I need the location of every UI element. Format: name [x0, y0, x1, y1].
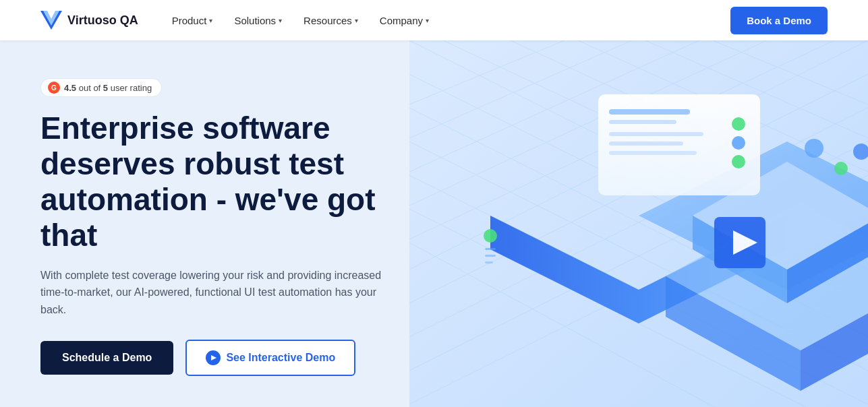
- rating-value: 4.5: [64, 83, 76, 93]
- isometric-scene-svg: [409, 40, 868, 407]
- svg-point-49: [805, 139, 823, 158]
- interactive-demo-button[interactable]: See Interactive Demo: [185, 340, 355, 376]
- logo[interactable]: Virtuoso QA: [40, 11, 138, 30]
- rating-badge: G 4.5 out of 5 user rating: [40, 78, 162, 97]
- cta-buttons: Schedule a Demo See Interactive Demo: [40, 340, 432, 376]
- nav-item-product[interactable]: Product ▾: [163, 9, 223, 32]
- hero-subtext: With complete test coverage lowering you…: [40, 267, 391, 319]
- logo-text: Virtuoso QA: [67, 13, 138, 28]
- rating-end: user rating: [111, 83, 152, 93]
- svg-rect-46: [485, 248, 496, 250]
- hero-headline: Enterprise software deserves robust test…: [40, 111, 432, 253]
- play-icon: [206, 350, 221, 365]
- svg-rect-38: [609, 120, 676, 124]
- rating-suffix: out of: [79, 83, 103, 93]
- svg-point-43: [732, 136, 745, 150]
- virtuoso-logo-icon: [40, 11, 62, 30]
- hero-left-content: G 4.5 out of 5 user rating Enterprise so…: [40, 78, 432, 407]
- product-chevron-icon: ▾: [209, 17, 212, 24]
- schedule-demo-button[interactable]: Schedule a Demo: [40, 341, 173, 375]
- svg-point-42: [732, 117, 745, 131]
- svg-rect-48: [485, 261, 493, 263]
- book-demo-button[interactable]: Book a Demo: [730, 7, 828, 34]
- interactive-demo-label: See Interactive Demo: [226, 352, 335, 364]
- play-triangle: [211, 355, 216, 361]
- solutions-chevron-icon: ▾: [279, 17, 282, 24]
- nav-item-company[interactable]: Company ▾: [370, 9, 438, 32]
- svg-rect-39: [609, 132, 703, 136]
- svg-rect-41: [609, 151, 697, 155]
- nav-cta-area: Book a Demo: [730, 7, 828, 34]
- nav-links: Product ▾ Solutions ▾ Resources ▾ Compan…: [163, 9, 730, 32]
- svg-rect-40: [609, 142, 683, 146]
- hero-illustration: [409, 40, 868, 407]
- g2-icon: G: [48, 82, 60, 94]
- svg-point-44: [732, 155, 745, 168]
- rating-bold: 5: [103, 83, 108, 93]
- navbar: Virtuoso QA Product ▾ Solutions ▾ Resour…: [0, 0, 868, 40]
- rating-text: 4.5 out of 5 user rating: [64, 83, 152, 93]
- hero-section: G 4.5 out of 5 user rating Enterprise so…: [0, 40, 868, 407]
- company-chevron-icon: ▾: [426, 17, 429, 24]
- svg-rect-37: [609, 109, 690, 115]
- resources-chevron-icon: ▾: [355, 17, 358, 24]
- svg-point-45: [484, 229, 497, 243]
- nav-item-resources[interactable]: Resources ▾: [294, 9, 368, 32]
- svg-point-50: [834, 162, 848, 175]
- nav-item-solutions[interactable]: Solutions ▾: [225, 9, 291, 32]
- svg-rect-47: [485, 255, 496, 257]
